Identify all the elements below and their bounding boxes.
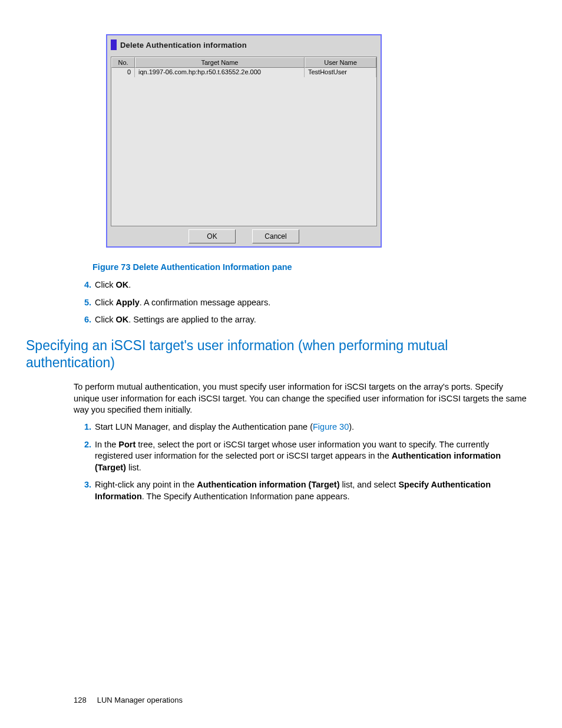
step-5: 5. Click Apply. A confirmation message a… xyxy=(74,297,521,309)
col-header-no[interactable]: No. xyxy=(111,57,135,68)
step-body: Start LUN Manager, and display the Authe… xyxy=(95,421,521,433)
table-body: 0 iqn.1997-06.com.hp:hp.r50.t.63552.2e.0… xyxy=(111,68,376,226)
dialog-title: Delete Authentication information xyxy=(120,41,247,50)
step-number: 6. xyxy=(74,314,95,326)
text: In the xyxy=(95,440,118,449)
text: Click xyxy=(95,280,115,289)
text: ). xyxy=(349,422,354,431)
figure-30-link[interactable]: Figure 30 xyxy=(313,422,349,431)
text: Right-click any point in the xyxy=(95,480,197,489)
bold-apply: Apply xyxy=(115,298,139,307)
figure-caption: Figure 73 Delete Authentication Informat… xyxy=(92,262,292,272)
text: list. xyxy=(126,463,141,472)
col-header-user[interactable]: User Name xyxy=(305,57,376,68)
dialog-button-row: OK Cancel xyxy=(107,226,381,246)
col-header-target[interactable]: Target Name xyxy=(135,57,305,68)
text: . Settings are applied to the array. xyxy=(128,315,256,324)
step-6: 6. Click OK. Settings are applied to the… xyxy=(74,314,521,326)
bold-ok: OK xyxy=(115,315,128,324)
bold-port: Port xyxy=(118,440,135,449)
dialog-table: No. Target Name User Name 0 iqn.1997-06.… xyxy=(111,57,377,226)
ok-button[interactable]: OK xyxy=(189,229,236,243)
step-1: 1. Start LUN Manager, and display the Au… xyxy=(74,421,521,433)
text: Start LUN Manager, and display the Authe… xyxy=(95,422,313,431)
step-body: Right-click any point in the Authenticat… xyxy=(95,479,521,502)
text: . xyxy=(128,280,131,289)
step-body: Click Apply. A confirmation message appe… xyxy=(95,297,521,309)
cancel-button[interactable]: Cancel xyxy=(252,229,299,243)
bold-ok: OK xyxy=(115,280,128,289)
page-number: 128 xyxy=(74,696,87,704)
bold-auth-info-target: Authentication information (Target) xyxy=(197,480,339,489)
text: . The Specify Authentication Information… xyxy=(142,492,350,501)
title-accent-icon xyxy=(111,39,117,50)
section-heading: Specifying an iSCSI target's user inform… xyxy=(26,337,533,371)
page-footer: 128LUN Manager operations xyxy=(74,696,183,704)
step-3: 3. Right-click any point in the Authenti… xyxy=(74,479,521,502)
steps-list-b: 1. Start LUN Manager, and display the Au… xyxy=(74,421,521,508)
dialog-titlebar: Delete Authentication information xyxy=(107,35,381,53)
step-body: Click OK. Settings are applied to the ar… xyxy=(95,314,521,326)
step-number: 4. xyxy=(74,279,95,291)
step-number: 3. xyxy=(74,479,95,502)
delete-auth-dialog: Delete Authentication information No. Ta… xyxy=(106,34,382,248)
step-number: 5. xyxy=(74,297,95,309)
step-body: Click OK. xyxy=(95,279,521,291)
steps-list-a: 4. Click OK. 5. Click Apply. A confirmat… xyxy=(74,279,521,332)
table-header-row: No. Target Name User Name xyxy=(111,57,376,68)
text: . A confirmation message appears. xyxy=(140,298,270,307)
step-number: 1. xyxy=(74,421,95,433)
step-body: In the Port tree, select the port or iSC… xyxy=(95,439,521,474)
cell-user: TestHostUser xyxy=(305,68,376,77)
cell-target: iqn.1997-06.com.hp:hp.r50.t.63552.2e.000 xyxy=(135,68,305,77)
section-title: LUN Manager operations xyxy=(97,696,183,704)
cell-no: 0 xyxy=(111,68,135,77)
step-4: 4. Click OK. xyxy=(74,279,521,291)
text: Click xyxy=(95,298,115,307)
step-2: 2. In the Port tree, select the port or … xyxy=(74,439,521,474)
text: list, and select xyxy=(339,480,398,489)
intro-paragraph: To perform mutual authentication, you mu… xyxy=(74,381,527,416)
text: Click xyxy=(95,315,115,324)
table-row[interactable]: 0 iqn.1997-06.com.hp:hp.r50.t.63552.2e.0… xyxy=(111,68,376,77)
step-number: 2. xyxy=(74,439,95,474)
